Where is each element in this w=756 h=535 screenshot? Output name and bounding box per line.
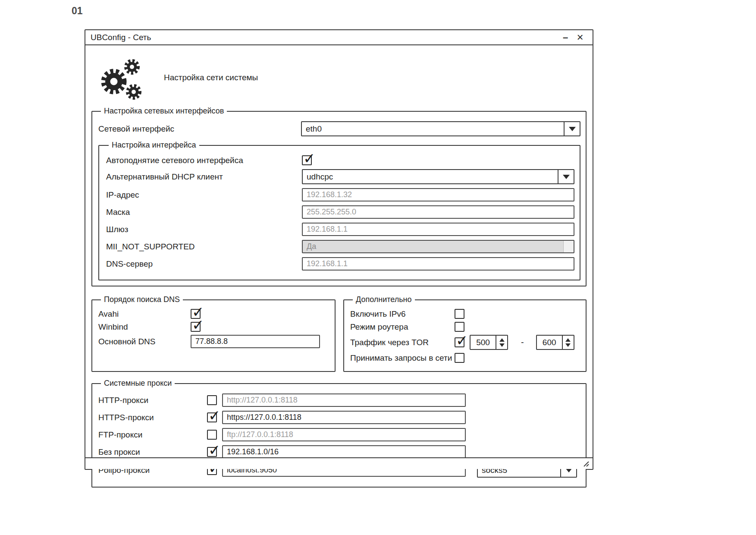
gateway-input[interactable] bbox=[302, 223, 574, 236]
middle-groups: Порядок поиска DNS Avahi Winbind Основно… bbox=[91, 295, 587, 372]
winbind-label: Winbind bbox=[98, 322, 191, 332]
primary-dns-label: Основной DNS bbox=[98, 337, 191, 346]
form-row: Включить IPv6 bbox=[350, 309, 580, 319]
figure-label: 01 bbox=[72, 5, 83, 17]
chevron-down-icon bbox=[569, 127, 576, 131]
form-row: Avahi bbox=[98, 309, 329, 319]
chevron-down-icon bbox=[563, 175, 570, 179]
no-proxy-checkbox[interactable] bbox=[207, 447, 217, 457]
mii-value: Да bbox=[307, 242, 316, 251]
window-header: Настройка сети системы bbox=[85, 45, 593, 105]
close-button[interactable]: × bbox=[573, 31, 587, 44]
spin-up-icon[interactable] bbox=[565, 338, 571, 342]
form-row: HTTPS-прокси bbox=[98, 411, 580, 424]
dns-server-input[interactable] bbox=[302, 257, 574, 271]
spin-up-icon[interactable] bbox=[499, 338, 505, 342]
netmask-label: Маска bbox=[106, 208, 302, 217]
no-proxy-label: Без прокси bbox=[98, 447, 207, 457]
form-row: Принимать запросы в сети bbox=[350, 353, 580, 363]
https-proxy-input[interactable] bbox=[222, 411, 466, 424]
ip-address-label: IP-адрес bbox=[106, 190, 302, 200]
dropdown-arrow-button[interactable] bbox=[558, 170, 574, 183]
form-row: Основной DNS bbox=[98, 335, 329, 348]
netmask-input[interactable] bbox=[302, 205, 574, 219]
tor-port-from-spinner[interactable]: 500 bbox=[470, 335, 508, 350]
form-row: Маска bbox=[106, 205, 574, 219]
additional-group: Дополнительно Включить IPv6 Режим роутер… bbox=[343, 295, 587, 372]
form-row: Шлюз bbox=[106, 223, 574, 236]
tor-traffic-checkbox[interactable] bbox=[455, 337, 464, 347]
ftp-proxy-label: FTP-прокси bbox=[98, 430, 207, 440]
auto-up-label: Автоподнятие сетевого интерфейса bbox=[106, 156, 302, 165]
dhcp-client-label: Альтернативный DHCP клиент bbox=[106, 172, 302, 182]
minimize-button[interactable]: – bbox=[558, 33, 573, 42]
interface-settings-group-title: Настройка интерфейса bbox=[109, 141, 199, 150]
spinner-buttons[interactable] bbox=[496, 336, 507, 349]
interface-dropdown-value: eth0 bbox=[302, 122, 564, 135]
winbind-checkbox[interactable] bbox=[191, 322, 201, 332]
form-row: Траффик через TOR 500 - 600 bbox=[350, 335, 580, 350]
mii-field: Да bbox=[302, 240, 574, 253]
title-bar: UBConfig - Сеть – × bbox=[85, 30, 593, 45]
form-row: IP-адрес bbox=[106, 188, 574, 201]
dns-order-group: Порядок поиска DNS Avahi Winbind Основно… bbox=[91, 295, 336, 372]
form-row: HTTP-прокси bbox=[98, 393, 580, 407]
dhcp-client-dropdown[interactable]: udhcpc bbox=[302, 169, 574, 184]
header-caption: Настройка сети системы bbox=[164, 73, 258, 82]
http-proxy-input[interactable] bbox=[222, 393, 466, 407]
dns-order-group-title: Порядок поиска DNS bbox=[101, 295, 183, 304]
spin-down-icon[interactable] bbox=[565, 343, 571, 347]
form-row: Автоподнятие сетевого интерфейса bbox=[106, 155, 574, 165]
https-proxy-checkbox[interactable] bbox=[207, 412, 217, 422]
ip-address-input[interactable] bbox=[302, 188, 574, 201]
range-separator: - bbox=[521, 337, 524, 347]
interface-label: Сетевой интерфейс bbox=[98, 124, 301, 134]
spinner-buttons[interactable] bbox=[562, 336, 574, 349]
form-row: Сетевой интерфейс eth0 bbox=[98, 121, 580, 136]
no-proxy-input[interactable] bbox=[222, 445, 466, 459]
system-proxies-group: Системные прокси HTTP-прокси HTTPS-прокс… bbox=[91, 379, 587, 488]
spin-down-icon[interactable] bbox=[499, 343, 505, 347]
additional-group-title: Дополнительно bbox=[353, 295, 415, 304]
http-proxy-checkbox[interactable] bbox=[207, 395, 217, 405]
gears-icon bbox=[98, 57, 145, 101]
network-interfaces-group: Настройка сетевых интерфейсов Сетевой ин… bbox=[91, 107, 587, 286]
dhcp-client-dropdown-value: udhcpc bbox=[303, 170, 558, 183]
spinner-value: 500 bbox=[471, 336, 496, 349]
https-proxy-label: HTTPS-прокси bbox=[98, 413, 207, 422]
status-bar bbox=[85, 457, 593, 469]
form-row: Режим роутера bbox=[350, 322, 580, 332]
window-title: UBConfig - Сеть bbox=[91, 33, 558, 42]
ftp-proxy-input[interactable] bbox=[222, 428, 466, 441]
http-proxy-label: HTTP-прокси bbox=[98, 396, 207, 405]
auto-up-checkbox[interactable] bbox=[302, 155, 312, 165]
disabled-field-strip bbox=[563, 241, 574, 252]
ftp-proxy-checkbox[interactable] bbox=[207, 430, 217, 440]
primary-dns-input[interactable] bbox=[191, 335, 320, 348]
router-mode-checkbox[interactable] bbox=[455, 322, 464, 332]
window: UBConfig - Сеть – × Настройка сети систе… bbox=[85, 29, 593, 470]
network-interfaces-group-title: Настройка сетевых интерфейсов bbox=[101, 107, 227, 116]
tor-port-to-spinner[interactable]: 600 bbox=[536, 335, 574, 350]
form-row: Winbind bbox=[98, 322, 329, 332]
system-proxies-group-title: Системные прокси bbox=[101, 379, 175, 388]
resize-grip[interactable] bbox=[582, 461, 589, 467]
ipv6-checkbox[interactable] bbox=[455, 309, 464, 319]
accept-requests-checkbox[interactable] bbox=[455, 353, 464, 363]
interface-settings-group: Настройка интерфейса Автоподнятие сетево… bbox=[98, 141, 580, 280]
tor-traffic-label: Траффик через TOR bbox=[350, 338, 455, 347]
form-row: Альтернативный DHCP клиент udhcpc bbox=[106, 169, 574, 184]
form-row: MII_NOT_SUPPORTED Да bbox=[106, 240, 574, 253]
dropdown-arrow-button[interactable] bbox=[564, 122, 580, 135]
avahi-label: Avahi bbox=[98, 309, 191, 319]
router-mode-label: Режим роутера bbox=[350, 322, 455, 332]
accept-requests-label: Принимать запросы в сети bbox=[350, 353, 455, 363]
dns-server-label: DNS-сервер bbox=[106, 259, 302, 269]
form-row: Без прокси bbox=[98, 445, 580, 459]
spinner-value: 600 bbox=[537, 336, 562, 349]
ipv6-label: Включить IPv6 bbox=[350, 309, 455, 319]
interface-dropdown[interactable]: eth0 bbox=[301, 121, 580, 136]
gateway-label: Шлюз bbox=[106, 225, 302, 234]
form-row: FTP-прокси bbox=[98, 428, 580, 441]
form-row: DNS-сервер bbox=[106, 257, 574, 271]
